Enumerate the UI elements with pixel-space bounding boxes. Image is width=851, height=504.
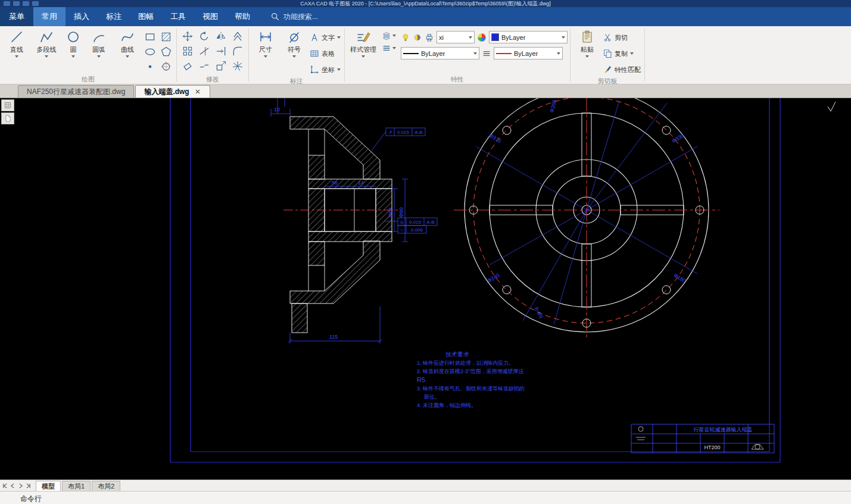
circle-button[interactable]: 圆 [62, 27, 85, 58]
polygon-button[interactable] [158, 44, 174, 59]
layer-plot-icon[interactable] [425, 33, 434, 42]
dim-label: Φ200 [548, 99, 557, 113]
surface-finish-symbol [828, 102, 836, 111]
ribbon-group-properties: 样式管理 xi ByLayer ByLayer [345, 26, 570, 84]
tab-tools[interactable]: 工具 [162, 7, 194, 26]
trim-button[interactable] [196, 43, 213, 58]
coordinate-button[interactable]: 坐标 [310, 62, 341, 77]
first-tab-button[interactable] [2, 483, 8, 489]
document-tab-bar: NAF250行星减速器装配图.dwg 输入端盖.dwg [0, 84, 851, 98]
function-search[interactable]: 功能搜索... [270, 7, 318, 26]
array-button[interactable] [179, 43, 196, 58]
line-button[interactable]: 直线 [2, 27, 31, 58]
ellipse-button[interactable] [142, 44, 158, 59]
layer-combo[interactable]: xi [437, 31, 475, 43]
offset-button[interactable] [229, 29, 246, 43]
tab-annotate[interactable]: 标注 [98, 7, 130, 26]
next-tab-button[interactable] [18, 483, 23, 489]
scale-button[interactable] [213, 58, 229, 73]
fcf-value: 0.015 [409, 220, 422, 225]
prev-tab-button[interactable] [10, 483, 15, 489]
material: HT200 [704, 444, 720, 450]
layer-tools-button[interactable] [381, 30, 397, 41]
explode-icon [232, 60, 244, 72]
lineweight-combo[interactable]: ByLayer [494, 47, 563, 60]
dim-label: 14 [358, 180, 364, 186]
tab-home[interactable]: 常用 [33, 7, 66, 26]
linetype-swatch [403, 53, 419, 54]
close-icon[interactable] [194, 88, 201, 95]
hatch-icon [160, 31, 172, 43]
color-swatch [491, 33, 499, 41]
table-button[interactable]: 表格 [310, 46, 341, 61]
move-button[interactable] [179, 29, 196, 43]
match-properties-button[interactable]: 特性匹配 [603, 62, 641, 77]
model-tab[interactable]: 模型 [36, 481, 61, 491]
style-manager-button[interactable]: 样式管理 [347, 27, 379, 58]
doc-tab-assembly[interactable]: NAF250行星减速器装配图.dwg [18, 85, 134, 98]
linetype-combo[interactable]: ByLayer [401, 47, 479, 60]
layout2-tab[interactable]: 布局2 [92, 481, 120, 491]
paste-icon [580, 30, 594, 44]
layout1-tab[interactable]: 布局1 [62, 481, 91, 491]
center-circle-icon [160, 61, 172, 73]
layer-freeze-icon[interactable] [413, 33, 422, 42]
offset-icon [232, 30, 244, 42]
arc-button[interactable]: 圆弧 [85, 27, 113, 58]
fcf-datum: A-B [414, 130, 422, 135]
menu-button[interactable]: 菜单 [0, 7, 33, 26]
command-line[interactable]: 命令行 [0, 491, 851, 504]
break-button[interactable] [196, 58, 213, 73]
color-combo[interactable]: ByLayer [489, 31, 568, 43]
circle-icon [66, 30, 80, 44]
fillet-button[interactable] [229, 43, 246, 58]
grid-icon [4, 102, 11, 109]
tab-insert[interactable]: 插入 [66, 7, 98, 26]
sheet-toggle-button[interactable] [1, 112, 14, 124]
point-button[interactable] [142, 59, 158, 74]
break-icon [198, 60, 210, 72]
tech-line: 1. 铸件应进行时效处理，以消除内应力。 [417, 360, 514, 366]
hatch-button[interactable] [158, 29, 174, 44]
sheet-icon [4, 115, 11, 122]
explode-button[interactable] [229, 58, 246, 73]
tab-help[interactable]: 帮助 [226, 7, 258, 26]
spline-button[interactable]: 曲线 [113, 27, 142, 58]
tab-sheet[interactable]: 图幅 [130, 7, 162, 26]
spline-icon [120, 30, 135, 44]
ribbon-group-annotate: 尺寸 符号 文字 表格 坐标 标注 [249, 26, 344, 84]
symbol-icon [287, 30, 301, 44]
text-button[interactable]: 文字 [310, 30, 341, 45]
center-circle-button[interactable] [158, 59, 174, 74]
mirror-icon [215, 30, 227, 42]
cut-button[interactable]: 剪切 [603, 30, 641, 45]
mirror-button[interactable] [213, 29, 229, 43]
grid-toggle-button[interactable] [1, 99, 14, 111]
erase-button[interactable] [179, 58, 196, 73]
drawing-canvas[interactable]: 10 56 14 115 Φ62 Φ90 ↗ 0.015 A-B [0, 98, 851, 480]
group-label-modify: 修改 [179, 75, 246, 84]
linetype-tools-button[interactable] [381, 43, 397, 54]
polyline-button[interactable]: 多段线 [31, 27, 62, 58]
extend-icon [215, 45, 227, 57]
rectangle-button[interactable] [142, 29, 158, 44]
symbol-button[interactable]: 符号 [280, 27, 308, 58]
arc-icon [92, 30, 106, 44]
polyline-icon [39, 30, 54, 44]
title-block: 行星齿轮减速器输入端盖 HT200 [631, 424, 774, 453]
color-wheel-icon[interactable] [477, 33, 487, 42]
layer-on-icon[interactable] [401, 33, 410, 42]
copy-icon [603, 49, 612, 58]
copy-button[interactable]: 复制 [603, 46, 641, 61]
tab-view[interactable]: 视图 [194, 7, 226, 26]
dimension-button[interactable]: 尺寸 [251, 27, 280, 58]
menu-bar: 菜单 常用 插入 标注 图幅 工具 视图 帮助 功能搜索... [0, 7, 851, 26]
lineweight-icon[interactable] [482, 49, 491, 58]
paste-button[interactable]: 粘贴 [573, 27, 601, 58]
doc-tab-end-cover[interactable]: 输入端盖.dwg [135, 85, 210, 98]
extend-button[interactable] [213, 43, 229, 58]
fcf-symbol: ◎ [400, 220, 404, 225]
rotate-button[interactable] [196, 29, 213, 43]
last-tab-button[interactable] [26, 483, 31, 489]
coordinate-icon [310, 65, 319, 74]
